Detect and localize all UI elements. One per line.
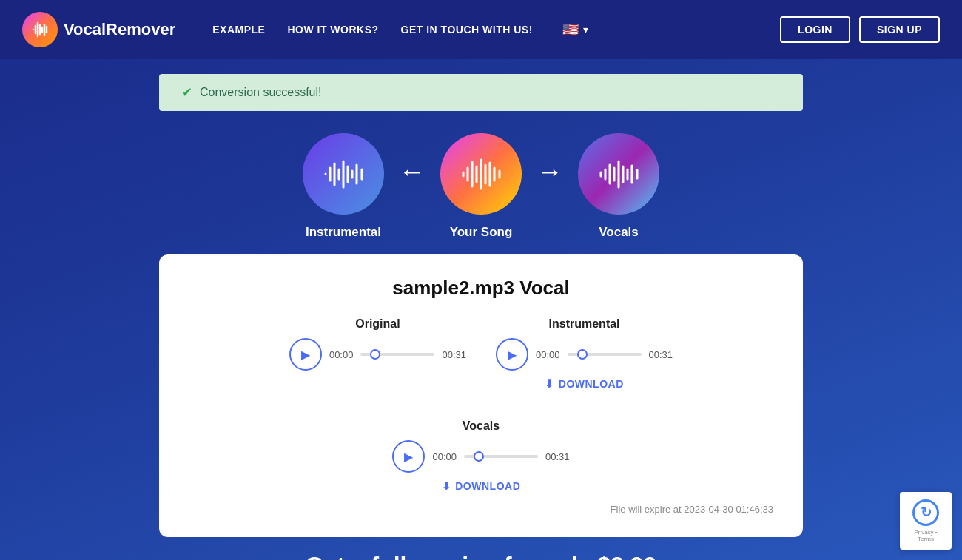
check-icon: ✔ (181, 84, 192, 101)
results-title: sample2.mp3 Vocal (189, 277, 773, 300)
your-song-circle (440, 133, 522, 215)
original-time-start: 00:00 (329, 349, 354, 360)
original-player: Original ▶ 00:00 00:31 (289, 317, 466, 371)
audio-players: Original ▶ 00:00 00:31 Instrumental ▶ 00… (189, 317, 773, 492)
original-progress-thumb (370, 349, 380, 360)
auth-buttons: LOGIN SIGN UP (780, 16, 940, 43)
instrumental-play-button[interactable]: ▶ (496, 338, 528, 371)
upsell-title: Get a full version for only $3.99 (15, 552, 947, 560)
login-button[interactable]: LOGIN (780, 16, 850, 43)
vocals-label: Vocals (599, 225, 639, 240)
instrumental-controls: ▶ 00:00 00:31 (496, 338, 673, 371)
vocals-player-label: Vocals (462, 419, 500, 433)
instrumental-progress-thumb (577, 349, 588, 360)
instrumental-circle (303, 133, 384, 215)
instrumental-time-end: 00:31 (649, 349, 673, 360)
recaptcha-icon: ↻ (912, 499, 939, 526)
nav-how-it-works[interactable]: HOW IT WORKS? (287, 24, 378, 36)
results-card: sample2.mp3 Vocal Original ▶ 00:00 00:31… (159, 254, 803, 537)
flow-your-song: Your Song (440, 133, 522, 240)
main-nav: EXAMPLE HOW IT WORKS? GET IN TOUCH WITH … (212, 24, 533, 36)
flow-vocals: Vocals (578, 133, 659, 240)
recaptcha-text: Privacy • Terms (910, 529, 941, 542)
logo-icon (22, 12, 58, 47)
arrow-right: → (536, 156, 563, 187)
instrumental-download-button[interactable]: ⬇ DOWNLOAD (545, 378, 624, 390)
flow-diagram: Instrumental ← Your Song → (0, 111, 962, 254)
success-message: Conversion successful! (200, 86, 322, 99)
nav-contact[interactable]: GET IN TOUCH WITH US! (401, 24, 533, 36)
header: VocalRemover EXAMPLE HOW IT WORKS? GET I… (0, 0, 962, 59)
original-time-end: 00:31 (442, 349, 466, 360)
original-progress-track[interactable] (360, 353, 434, 356)
vocals-progress-track[interactable] (464, 455, 538, 458)
instrumental-time-start: 00:00 (536, 349, 560, 360)
logo[interactable]: VocalRemover (22, 12, 175, 47)
flow-instrumental: Instrumental (303, 133, 384, 240)
vocals-time-end: 00:31 (545, 451, 570, 462)
original-label: Original (355, 317, 400, 331)
vocals-play-button[interactable]: ▶ (392, 440, 425, 473)
instrumental-progress-track[interactable] (568, 353, 642, 356)
vocals-circle (578, 133, 659, 215)
instrumental-player-label: Instrumental (549, 317, 620, 331)
download-icon: ⬇ (545, 378, 554, 390)
nav-example[interactable]: EXAMPLE (212, 24, 265, 36)
original-play-button[interactable]: ▶ (289, 338, 322, 371)
expiry-text: File will expire at 2023-04-30 01:46:33 (189, 504, 773, 515)
chevron-down-icon: ▾ (583, 24, 588, 36)
your-song-label: Your Song (450, 225, 513, 240)
recaptcha-badge: ↻ Privacy • Terms (900, 492, 952, 550)
language-selector[interactable]: 🇺🇸 ▾ (562, 21, 588, 38)
instrumental-player: Instrumental ▶ 00:00 00:31 ⬇ DOWNLOAD (496, 317, 673, 390)
original-controls: ▶ 00:00 00:31 (289, 338, 466, 371)
vocals-controls: ▶ 00:00 00:31 (392, 440, 569, 473)
download-icon: ⬇ (442, 480, 451, 492)
vocals-download-button[interactable]: ⬇ DOWNLOAD (442, 480, 521, 492)
signup-button[interactable]: SIGN UP (859, 16, 940, 43)
vocals-progress-thumb (474, 451, 484, 462)
arrow-left: ← (399, 156, 426, 187)
instrumental-label: Instrumental (306, 225, 381, 240)
vocals-player: Vocals ▶ 00:00 00:31 ⬇ DOWNLOAD (392, 419, 569, 492)
vocals-time-start: 00:00 (432, 451, 457, 462)
flag-icon: 🇺🇸 (562, 21, 579, 38)
success-banner: ✔ Conversion successful! (159, 74, 803, 111)
upsell-section: Get a full version for only $3.99 Choose… (0, 537, 962, 560)
logo-text: VocalRemover (64, 20, 175, 39)
